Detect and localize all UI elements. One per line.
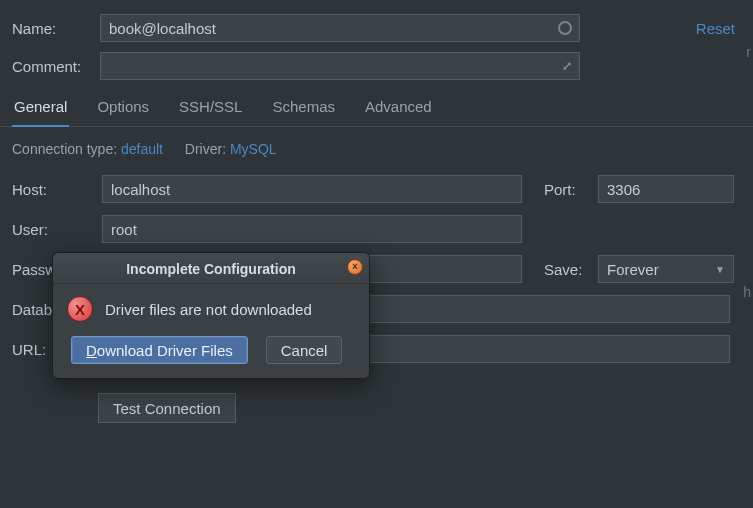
chevron-down-icon: ▼ <box>715 264 725 275</box>
driver-link[interactable]: MySQL <box>230 141 277 157</box>
user-input[interactable] <box>102 215 522 243</box>
test-connection-button[interactable]: Test Connection <box>98 393 236 423</box>
close-icon[interactable]: × <box>347 259 363 275</box>
dialog-title-text: Incomplete Configuration <box>126 261 296 277</box>
download-rest: ownload Driver Files <box>97 342 233 359</box>
tab-general[interactable]: General <box>12 90 69 127</box>
dialog-incomplete-config: Incomplete Configuration × X Driver file… <box>52 252 370 379</box>
port-label: Port: <box>544 181 586 198</box>
host-input[interactable] <box>102 175 522 203</box>
color-circle-icon[interactable] <box>558 21 572 35</box>
tab-ssh-ssl[interactable]: SSH/SSL <box>177 90 244 126</box>
conn-type-label: Connection type: <box>12 141 117 157</box>
truncated-text: r <box>746 44 751 60</box>
comment-input[interactable] <box>100 52 580 80</box>
download-driver-button[interactable]: Download Driver Files <box>71 336 248 364</box>
meta-row: Connection type: default Driver: MySQL <box>12 141 741 157</box>
user-label: User: <box>12 221 90 238</box>
download-mnemonic: D <box>86 342 97 359</box>
driver-label: Driver: <box>185 141 226 157</box>
cancel-button[interactable]: Cancel <box>266 336 343 364</box>
conn-type-link[interactable]: default <box>121 141 163 157</box>
comment-label: Comment: <box>12 58 92 75</box>
tab-schemas[interactable]: Schemas <box>270 90 337 126</box>
save-select[interactable]: Forever ▼ <box>598 255 734 283</box>
error-icon: X <box>67 296 93 322</box>
truncated-text-2: h <box>743 284 751 300</box>
port-input[interactable] <box>598 175 734 203</box>
dialog-title: Incomplete Configuration × <box>53 253 369 284</box>
host-label: Host: <box>12 181 90 198</box>
tabs: General Options SSH/SSL Schemas Advanced <box>0 90 753 127</box>
save-label: Save: <box>544 261 586 278</box>
reset-link[interactable]: Reset <box>696 20 735 37</box>
save-value: Forever <box>607 261 659 278</box>
tab-advanced[interactable]: Advanced <box>363 90 434 126</box>
name-label: Name: <box>12 20 92 37</box>
tab-options[interactable]: Options <box>95 90 151 126</box>
name-input[interactable] <box>100 14 580 42</box>
dialog-message: Driver files are not downloaded <box>105 301 312 318</box>
